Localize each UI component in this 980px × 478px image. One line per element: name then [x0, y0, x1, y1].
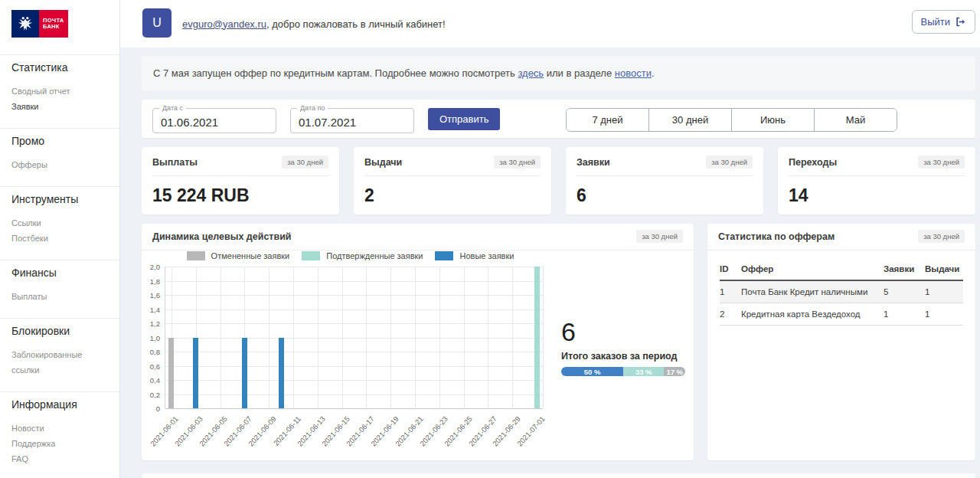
summary-percent-bar: 50 %33 %17 %: [561, 367, 685, 376]
y-tick-label: 0,8: [150, 348, 160, 356]
h-gridline: [165, 267, 543, 267]
column-header-issued: Выдачи: [925, 260, 963, 280]
main-content: U evguro@yandex.ru, добро пожаловать в л…: [120, 0, 980, 478]
stat-card-value: 6: [577, 185, 753, 206]
y-tick-label: 0,2: [150, 390, 160, 398]
h-gridline: [165, 380, 543, 381]
sidebar-item-summary-report[interactable]: Сводный отчет: [11, 83, 108, 99]
sidebar-section-promo: Промо Офферы: [0, 128, 119, 186]
sidebar-section-tools: Инструменты Ссылки Постбеки: [0, 186, 119, 260]
table-row[interactable]: 1Почта Банк Кредит наличными51: [720, 280, 963, 303]
sidebar: ПОЧТА БАНК Статистика Сводный отчет Заяв…: [0, 0, 120, 478]
legend-label: Отмененные заявки: [211, 251, 290, 260]
pochta-bank-emblem-icon: [11, 10, 39, 38]
h-gridline: [165, 366, 543, 367]
range-june-button[interactable]: Июнь: [732, 109, 815, 131]
sidebar-section-title: Блокировки: [11, 325, 108, 338]
welcome-message: evguro@yandex.ru, добро пожаловать в лич…: [182, 0, 446, 47]
date-to-input[interactable]: [291, 109, 413, 133]
chart-title: Динамика целевых действий: [152, 231, 292, 242]
column-header-id: ID: [720, 260, 741, 280]
submit-button[interactable]: Отправить: [428, 108, 500, 130]
top-bar: U evguro@yandex.ru, добро пожаловать в л…: [120, 0, 980, 47]
pochta-bank-logo[interactable]: ПОЧТА БАНК: [0, 0, 119, 54]
table-cell: 1: [720, 280, 741, 303]
offers-stats-card: Статистика по офферам за 30 дней ID Оффе…: [707, 224, 975, 460]
offers-table-title: Статистика по офферам: [718, 231, 835, 242]
legend-label: Подтвержденные заявки: [326, 251, 423, 260]
percent-segment: 33 %: [623, 367, 664, 376]
stat-card-value: 2: [364, 185, 541, 206]
y-tick-label: 0: [156, 404, 160, 413]
v-gridline: [464, 267, 465, 408]
stat-card-title: Заявки: [577, 157, 610, 168]
user-email-link[interactable]: evguro@yandex.ru: [182, 18, 266, 30]
sidebar-item-news[interactable]: Новости: [11, 421, 108, 436]
sidebar-section-title: Инструменты: [11, 193, 108, 206]
stat-card-clicks: Переходы за 30 дней 14: [778, 147, 975, 214]
chart-bar: [534, 267, 540, 408]
offers-table: ID Оффер Заявки Выдачи 1Почта Банк Креди…: [720, 260, 963, 326]
table-cell: 5: [884, 280, 925, 303]
sidebar-item-offers[interactable]: Офферы: [11, 157, 108, 172]
sidebar-item-support[interactable]: Поддержка: [11, 436, 108, 451]
legend-item-new: Новые заявки: [435, 251, 514, 260]
notice-link-here[interactable]: здесь: [518, 67, 544, 79]
v-gridline: [269, 267, 270, 408]
legend-item-confirmed: Подтвержденные заявки: [302, 251, 423, 260]
sidebar-item-postbacks[interactable]: Постбеки: [11, 231, 108, 246]
table-cell: Почта Банк Кредит наличными: [741, 280, 884, 303]
chart-bar: [168, 338, 174, 409]
notice-link-news[interactable]: новости: [615, 67, 652, 79]
y-tick-label: 1,6: [150, 291, 160, 300]
chart-summary: 6 Итого заказов за период 50 %33 %17 %: [561, 317, 685, 376]
table-cell: 2: [720, 303, 741, 326]
table-header-row: ID Оффер Заявки Выдачи: [720, 260, 963, 280]
percent-segment: 50 %: [561, 367, 623, 376]
summary-total: 6: [561, 317, 685, 346]
sidebar-section-statistics: Статистика Сводный отчет Заявки: [0, 54, 119, 128]
range-7-days-button[interactable]: 7 дней: [567, 109, 649, 131]
sidebar-section-information: Информация Новости Поддержка FAQ: [0, 391, 119, 478]
logout-button[interactable]: Выйти: [912, 10, 976, 34]
offers-table-body: 1Почта Банк Кредит наличными512Кредитная…: [720, 280, 963, 326]
sidebar-item-faq[interactable]: FAQ: [11, 451, 108, 467]
y-tick-label: 0,6: [150, 362, 160, 370]
v-gridline: [415, 267, 416, 408]
sidebar-section-finance: Финансы Выплаты: [0, 260, 119, 318]
sidebar-section-title: Промо: [11, 135, 108, 148]
table-cell: 1: [925, 303, 963, 326]
period-badge: за 30 дней: [636, 230, 683, 243]
user-avatar[interactable]: U: [142, 8, 172, 38]
y-tick-label: 1,2: [150, 319, 160, 328]
chart-bar: [193, 338, 198, 409]
chart-plot: [165, 267, 544, 408]
y-tick-label: 1,4: [150, 305, 160, 313]
column-header-offer: Оффер: [741, 260, 884, 280]
pochta-bank-wordmark: ПОЧТА БАНК: [39, 10, 68, 38]
date-from-input[interactable]: [153, 109, 276, 133]
notice-suffix: .: [652, 67, 655, 79]
table-cell: Кредитная карта Вездедоход: [741, 303, 884, 326]
y-tick-label: 1,0: [150, 333, 160, 342]
sidebar-item-applications[interactable]: Заявки: [11, 99, 108, 114]
v-gridline: [293, 267, 294, 408]
h-gridline: [165, 395, 543, 395]
range-30-days-button[interactable]: 30 дней: [649, 109, 732, 131]
sidebar-item-links[interactable]: Ссылки: [11, 215, 108, 231]
column-header-applications: Заявки: [884, 260, 925, 280]
v-gridline: [220, 267, 221, 408]
period-badge: за 30 дней: [494, 156, 541, 169]
stat-card-title: Переходы: [789, 157, 837, 168]
v-gridline: [439, 267, 440, 408]
table-row[interactable]: 2Кредитная карта Вездедоход11: [720, 303, 963, 326]
h-gridline: [165, 309, 543, 310]
logo-line2: БАНК: [43, 24, 68, 31]
v-gridline: [342, 267, 343, 408]
sidebar-item-blocked-links[interactable]: Заблокированные ссылки: [11, 347, 108, 378]
chart-bar: [242, 338, 247, 409]
sidebar-item-payouts[interactable]: Выплаты: [11, 289, 108, 304]
table-cell: 1: [884, 303, 925, 326]
v-gridline: [318, 267, 318, 408]
range-may-button[interactable]: Май: [815, 109, 897, 131]
